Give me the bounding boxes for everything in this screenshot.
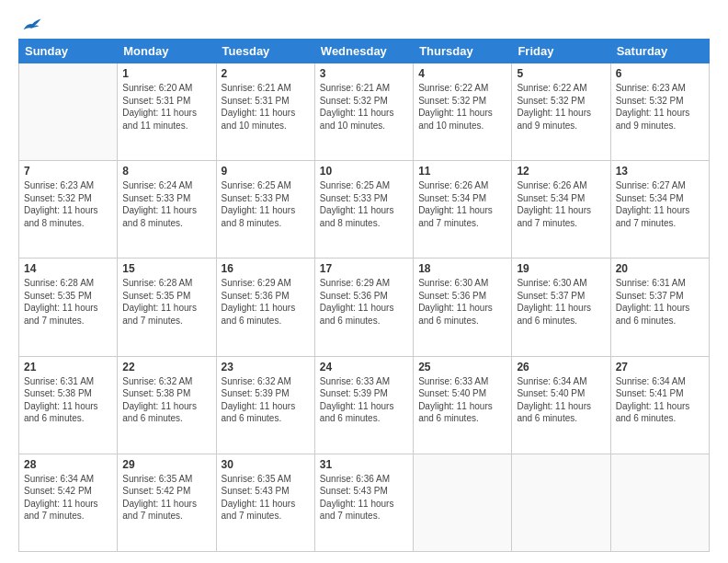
- header: [18, 17, 710, 33]
- day-number: 8: [122, 165, 210, 178]
- calendar-cell: 13Sunrise: 6:27 AMSunset: 5:34 PMDayligh…: [610, 161, 709, 259]
- day-number: 22: [122, 361, 210, 373]
- day-number: 17: [320, 262, 408, 275]
- day-info: Sunrise: 6:32 AMSunset: 5:39 PMDaylight:…: [222, 375, 310, 425]
- calendar-cell: [610, 454, 709, 551]
- day-number: 1: [122, 67, 210, 80]
- calendar-cell: 16Sunrise: 6:29 AMSunset: 5:36 PMDayligh…: [216, 259, 314, 356]
- day-number: 20: [616, 262, 704, 275]
- calendar-cell: 5Sunrise: 6:22 AMSunset: 5:32 PMDaylight…: [512, 63, 610, 161]
- day-info: Sunrise: 6:26 AMSunset: 5:34 PMDaylight:…: [517, 179, 605, 229]
- day-info: Sunrise: 6:33 AMSunset: 5:40 PMDaylight:…: [418, 375, 506, 425]
- calendar-cell: 15Sunrise: 6:28 AMSunset: 5:35 PMDayligh…: [118, 259, 216, 356]
- day-info: Sunrise: 6:32 AMSunset: 5:38 PMDaylight:…: [122, 375, 210, 425]
- day-info: Sunrise: 6:35 AMSunset: 5:42 PMDaylight:…: [122, 473, 210, 523]
- day-info: Sunrise: 6:24 AMSunset: 5:33 PMDaylight:…: [122, 179, 210, 229]
- day-number: 16: [222, 262, 310, 275]
- calendar-cell: 31Sunrise: 6:36 AMSunset: 5:43 PMDayligh…: [314, 454, 413, 551]
- day-info: Sunrise: 6:22 AMSunset: 5:32 PMDaylight:…: [418, 82, 506, 132]
- day-info: Sunrise: 6:22 AMSunset: 5:32 PMDaylight:…: [517, 82, 605, 132]
- day-number: 6: [616, 67, 704, 80]
- calendar-cell: 30Sunrise: 6:35 AMSunset: 5:43 PMDayligh…: [216, 454, 314, 551]
- logo-bird-icon: [22, 17, 42, 33]
- day-number: 13: [616, 165, 704, 178]
- day-number: 7: [24, 165, 112, 178]
- calendar-cell: 2Sunrise: 6:21 AMSunset: 5:31 PMDaylight…: [216, 63, 314, 161]
- weekday-header-saturday: Saturday: [610, 40, 709, 63]
- day-info: Sunrise: 6:31 AMSunset: 5:38 PMDaylight:…: [24, 375, 112, 425]
- calendar-cell: 18Sunrise: 6:30 AMSunset: 5:36 PMDayligh…: [414, 259, 512, 356]
- calendar-cell: 23Sunrise: 6:32 AMSunset: 5:39 PMDayligh…: [216, 356, 314, 454]
- day-info: Sunrise: 6:34 AMSunset: 5:40 PMDaylight:…: [517, 375, 605, 425]
- day-info: Sunrise: 6:29 AMSunset: 5:36 PMDaylight:…: [320, 277, 408, 327]
- day-number: 19: [517, 262, 605, 275]
- day-number: 21: [24, 361, 112, 373]
- day-info: Sunrise: 6:23 AMSunset: 5:32 PMDaylight:…: [616, 82, 704, 132]
- day-info: Sunrise: 6:28 AMSunset: 5:35 PMDaylight:…: [122, 277, 210, 327]
- calendar-cell: 25Sunrise: 6:33 AMSunset: 5:40 PMDayligh…: [414, 356, 512, 454]
- day-number: 2: [222, 67, 310, 80]
- day-info: Sunrise: 6:25 AMSunset: 5:33 PMDaylight:…: [222, 179, 310, 229]
- day-info: Sunrise: 6:26 AMSunset: 5:34 PMDaylight:…: [418, 179, 506, 229]
- day-info: Sunrise: 6:34 AMSunset: 5:41 PMDaylight:…: [616, 375, 704, 425]
- day-number: 26: [517, 361, 605, 373]
- calendar-cell: 27Sunrise: 6:34 AMSunset: 5:41 PMDayligh…: [610, 356, 709, 454]
- calendar-cell: 3Sunrise: 6:21 AMSunset: 5:32 PMDaylight…: [314, 63, 413, 161]
- weekday-header-sunday: Sunday: [19, 40, 118, 63]
- calendar-cell: 20Sunrise: 6:31 AMSunset: 5:37 PMDayligh…: [610, 259, 709, 356]
- day-info: Sunrise: 6:31 AMSunset: 5:37 PMDaylight:…: [616, 277, 704, 327]
- calendar-cell: 17Sunrise: 6:29 AMSunset: 5:36 PMDayligh…: [314, 259, 413, 356]
- page: SundayMondayTuesdayWednesdayThursdayFrid…: [0, 0, 728, 563]
- day-number: 25: [418, 361, 506, 373]
- calendar-cell: 22Sunrise: 6:32 AMSunset: 5:38 PMDayligh…: [118, 356, 216, 454]
- day-number: 30: [222, 458, 310, 471]
- calendar-cell: 26Sunrise: 6:34 AMSunset: 5:40 PMDayligh…: [512, 356, 610, 454]
- day-info: Sunrise: 6:21 AMSunset: 5:32 PMDaylight:…: [320, 82, 408, 132]
- day-number: 15: [122, 262, 210, 275]
- day-info: Sunrise: 6:27 AMSunset: 5:34 PMDaylight:…: [616, 179, 704, 229]
- calendar-cell: 19Sunrise: 6:30 AMSunset: 5:37 PMDayligh…: [512, 259, 610, 356]
- day-info: Sunrise: 6:36 AMSunset: 5:43 PMDaylight:…: [320, 473, 408, 523]
- day-info: Sunrise: 6:29 AMSunset: 5:36 PMDaylight:…: [222, 277, 310, 327]
- calendar-cell: 12Sunrise: 6:26 AMSunset: 5:34 PMDayligh…: [512, 161, 610, 259]
- calendar-cell: [512, 454, 610, 551]
- calendar-cell: 10Sunrise: 6:25 AMSunset: 5:33 PMDayligh…: [314, 161, 413, 259]
- calendar-cell: 4Sunrise: 6:22 AMSunset: 5:32 PMDaylight…: [414, 63, 512, 161]
- day-number: 28: [24, 458, 112, 471]
- day-number: 3: [320, 67, 408, 80]
- calendar-cell: 8Sunrise: 6:24 AMSunset: 5:33 PMDaylight…: [118, 161, 216, 259]
- calendar-cell: 24Sunrise: 6:33 AMSunset: 5:39 PMDayligh…: [314, 356, 413, 454]
- day-number: 31: [320, 458, 408, 471]
- day-number: 10: [320, 165, 408, 178]
- weekday-header-friday: Friday: [512, 40, 610, 63]
- day-info: Sunrise: 6:33 AMSunset: 5:39 PMDaylight:…: [320, 375, 408, 425]
- day-info: Sunrise: 6:35 AMSunset: 5:43 PMDaylight:…: [222, 473, 310, 523]
- calendar-cell: 28Sunrise: 6:34 AMSunset: 5:42 PMDayligh…: [19, 454, 118, 551]
- day-info: Sunrise: 6:30 AMSunset: 5:36 PMDaylight:…: [418, 277, 506, 327]
- calendar-cell: 7Sunrise: 6:23 AMSunset: 5:32 PMDaylight…: [19, 161, 118, 259]
- day-number: 4: [418, 67, 506, 80]
- weekday-header-wednesday: Wednesday: [314, 40, 413, 63]
- calendar-cell: 11Sunrise: 6:26 AMSunset: 5:34 PMDayligh…: [414, 161, 512, 259]
- day-info: Sunrise: 6:34 AMSunset: 5:42 PMDaylight:…: [24, 473, 112, 523]
- day-number: 9: [222, 165, 310, 178]
- calendar-cell: 21Sunrise: 6:31 AMSunset: 5:38 PMDayligh…: [19, 356, 118, 454]
- calendar-cell: 29Sunrise: 6:35 AMSunset: 5:42 PMDayligh…: [118, 454, 216, 551]
- calendar-cell: 9Sunrise: 6:25 AMSunset: 5:33 PMDaylight…: [216, 161, 314, 259]
- day-number: 18: [418, 262, 506, 275]
- day-info: Sunrise: 6:21 AMSunset: 5:31 PMDaylight:…: [222, 82, 310, 132]
- day-info: Sunrise: 6:28 AMSunset: 5:35 PMDaylight:…: [24, 277, 112, 327]
- day-number: 23: [222, 361, 310, 373]
- day-info: Sunrise: 6:20 AMSunset: 5:31 PMDaylight:…: [122, 82, 210, 132]
- logo: [18, 17, 44, 33]
- calendar-table: SundayMondayTuesdayWednesdayThursdayFrid…: [18, 39, 710, 552]
- calendar-cell: 6Sunrise: 6:23 AMSunset: 5:32 PMDaylight…: [610, 63, 709, 161]
- day-info: Sunrise: 6:25 AMSunset: 5:33 PMDaylight:…: [320, 179, 408, 229]
- weekday-header-monday: Monday: [118, 40, 216, 63]
- calendar-cell: [414, 454, 512, 551]
- day-info: Sunrise: 6:30 AMSunset: 5:37 PMDaylight:…: [517, 277, 605, 327]
- day-number: 5: [517, 67, 605, 80]
- day-number: 11: [418, 165, 506, 178]
- day-number: 29: [122, 458, 210, 471]
- calendar-cell: 1Sunrise: 6:20 AMSunset: 5:31 PMDaylight…: [118, 63, 216, 161]
